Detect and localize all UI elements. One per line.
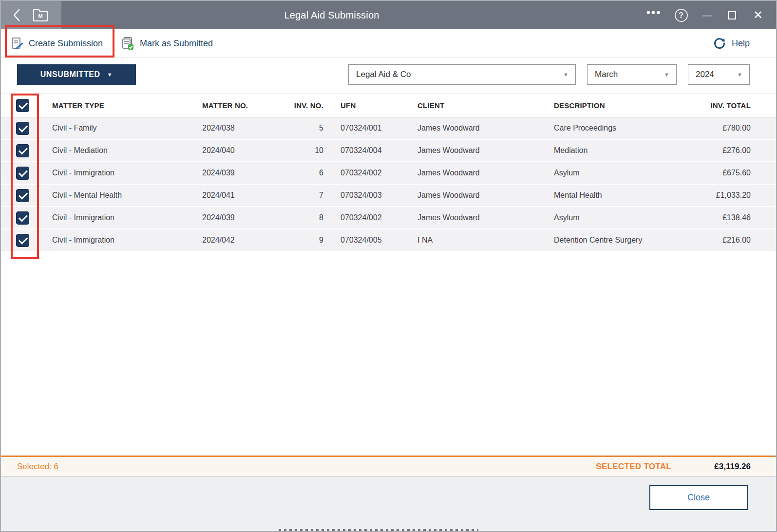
table-row[interactable]: Civil - Mediation2024/04010070324/004Jam…	[1, 140, 776, 162]
cell-client: James Woodward	[402, 146, 539, 155]
titlebar-controls: ••• ? — ✕	[640, 1, 776, 29]
close-button[interactable]: Close	[649, 485, 748, 510]
table-body: Civil - Family2024/0385070324/001James W…	[1, 117, 776, 252]
column-header-ufn[interactable]: UFN	[324, 101, 402, 110]
summary-bar: Selected: 6 SELECTED TOTAL £3,119.26	[1, 456, 776, 476]
cell-ufn: 070324/005	[324, 236, 402, 245]
matter-folder-icon[interactable]: M	[32, 8, 49, 22]
provider-select[interactable]: Legal Aid & Co ▼	[348, 64, 576, 85]
close-window-button[interactable]: ✕	[744, 1, 772, 29]
column-header-inv-no[interactable]: INV. NO.	[256, 101, 324, 110]
back-icon[interactable]	[13, 10, 23, 20]
maximize-button[interactable]	[720, 1, 744, 29]
cell-description: Mediation	[539, 146, 680, 155]
more-options-icon[interactable]: •••	[640, 1, 667, 29]
mark-as-submitted-button[interactable]: Mark as Submitted	[121, 37, 213, 50]
cell-description: Asylum	[539, 169, 680, 177]
cell-inv-no: 10	[256, 146, 324, 155]
row-checkbox-cell	[1, 167, 43, 180]
create-submission-button[interactable]: Create Submission	[11, 37, 103, 50]
cell-inv-total: £780.00	[680, 124, 776, 133]
window-title: Legal Aid Submission	[284, 10, 379, 21]
refresh-icon	[713, 37, 726, 50]
cell-matter-type: Civil - Mediation	[43, 146, 193, 155]
row-checkbox[interactable]	[16, 167, 29, 180]
cell-matter-type: Civil - Family	[43, 124, 193, 133]
legal-aid-submission-window: M Legal Aid Submission ••• ? — ✕	[0, 0, 777, 532]
cell-matter-type: Civil - Immigration	[43, 236, 193, 245]
submissions-table: MATTER TYPE MATTER NO. INV. NO. UFN CLIE…	[1, 94, 776, 456]
cell-description: Mental Health	[539, 191, 680, 200]
toolbar: Create Submission Mark as Submitted	[1, 29, 776, 58]
create-submission-label: Create Submission	[29, 38, 103, 49]
year-select[interactable]: 2024 ▼	[688, 64, 750, 85]
row-checkbox-cell	[1, 211, 43, 225]
column-header-matter-type[interactable]: MATTER TYPE	[43, 101, 193, 110]
selected-total-value: £3,119.26	[671, 462, 776, 472]
mark-as-submitted-label: Mark as Submitted	[140, 38, 213, 49]
cell-matter-type: Civil - Mental Health	[43, 191, 193, 200]
cell-inv-total: £675.60	[680, 169, 776, 177]
cell-client: James Woodward	[402, 124, 539, 133]
cell-ufn: 070324/001	[324, 124, 402, 133]
create-submission-icon	[11, 37, 24, 50]
cell-client: I NA	[402, 236, 539, 245]
cell-client: James Woodward	[402, 213, 539, 222]
column-header-matter-no[interactable]: MATTER NO.	[193, 101, 256, 110]
table-row[interactable]: Civil - Immigration2024/0398070324/002Ja…	[1, 207, 776, 229]
cell-inv-no: 9	[256, 236, 324, 245]
column-header-inv-total[interactable]: INV. TOTAL	[680, 101, 776, 110]
status-filter-value: UNSUBMITTED	[40, 70, 100, 79]
footer: Close	[1, 476, 776, 531]
maximize-icon	[728, 11, 736, 19]
cell-client: James Woodward	[402, 191, 539, 200]
help-button[interactable]: Help	[713, 37, 766, 50]
row-checkbox[interactable]	[16, 211, 29, 225]
row-checkbox[interactable]	[16, 189, 29, 202]
cell-matter-no: 2024/039	[193, 169, 256, 177]
chevron-down-icon: ▼	[107, 72, 113, 77]
folder-letter: M	[38, 13, 42, 19]
cell-ufn: 070324/002	[324, 213, 402, 222]
row-checkbox[interactable]	[16, 122, 29, 135]
mark-as-submitted-icon	[121, 37, 135, 50]
cell-client: James Woodward	[402, 169, 539, 177]
cell-matter-no: 2024/039	[193, 213, 256, 222]
select-all-checkbox[interactable]	[16, 99, 29, 112]
titlebar: M Legal Aid Submission ••• ? — ✕	[1, 1, 776, 29]
cell-ufn: 070324/003	[324, 191, 402, 200]
cell-inv-total: £1,033.20	[680, 191, 776, 200]
table-header-row: MATTER TYPE MATTER NO. INV. NO. UFN CLIE…	[1, 94, 776, 117]
row-checkbox-cell	[1, 189, 43, 202]
table-row[interactable]: Civil - Immigration2024/0429070324/005I …	[1, 229, 776, 252]
cell-inv-no: 6	[256, 169, 324, 177]
month-select[interactable]: March ▼	[587, 64, 677, 85]
row-checkbox[interactable]	[16, 234, 29, 247]
table-row[interactable]: Civil - Mental Health2024/0417070324/003…	[1, 185, 776, 207]
cell-ufn: 070324/004	[324, 146, 402, 155]
help-label: Help	[732, 38, 750, 49]
status-filter-dropdown[interactable]: UNSUBMITTED ▼	[17, 64, 136, 85]
cell-inv-total: £216.00	[680, 236, 776, 245]
column-header-description[interactable]: DESCRIPTION	[539, 101, 680, 110]
selected-count: Selected: 6	[1, 462, 58, 472]
summary-total-group: SELECTED TOTAL £3,119.26	[596, 462, 776, 472]
cell-matter-no: 2024/040	[193, 146, 256, 155]
cell-matter-no: 2024/038	[193, 124, 256, 133]
provider-select-value: Legal Aid & Co	[356, 70, 411, 79]
chevron-down-icon: ▼	[664, 72, 669, 77]
cell-ufn: 070324/002	[324, 169, 402, 177]
cell-matter-no: 2024/042	[193, 236, 256, 245]
help-circle-icon[interactable]: ?	[667, 1, 695, 29]
minimize-button[interactable]: —	[695, 1, 720, 29]
table-row[interactable]: Civil - Family2024/0385070324/001James W…	[1, 117, 776, 140]
row-checkbox[interactable]	[16, 144, 29, 157]
cell-description: Care Proceedings	[539, 124, 680, 133]
cell-inv-total: £138.46	[680, 213, 776, 222]
column-header-client[interactable]: CLIENT	[402, 101, 539, 110]
row-checkbox-cell	[1, 234, 43, 247]
row-checkbox-cell	[1, 144, 43, 157]
chevron-down-icon: ▼	[563, 72, 569, 77]
table-row[interactable]: Civil - Immigration2024/0396070324/002Ja…	[1, 162, 776, 185]
select-all-cell	[1, 99, 43, 112]
